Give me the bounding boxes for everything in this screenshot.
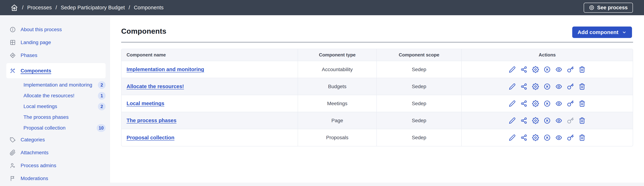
configure-icon-button[interactable] [532,134,539,141]
component-name-link[interactable]: Allocate the resources! [126,84,184,89]
configure-icon-button[interactable] [532,66,539,73]
preview-icon-button[interactable] [556,134,562,141]
permissions-icon-button[interactable] [567,66,574,73]
sidebar-item-components[interactable]: Components [6,63,106,78]
sidebar-item-moderations[interactable]: Moderations [0,172,110,185]
component-type-cell: Budgets [298,78,376,95]
share-icon-button[interactable] [520,66,527,73]
permissions-icon [567,134,574,141]
preview-icon-button[interactable] [556,117,562,124]
permissions-icon [567,100,574,107]
breadcrumb: / Processes / Sedep Participatory Budget… [18,5,164,11]
component-name-link[interactable]: Local meetings [126,101,164,106]
sidebar-item-landing-page[interactable]: Landing page [0,36,110,49]
component-type-cell: Meetings [298,95,376,112]
row-actions [466,66,628,73]
sidebar-subitem-the-process-phases[interactable]: The process phases [0,112,110,123]
configure-icon-button[interactable] [532,117,539,124]
unpublish-icon-button[interactable] [544,100,550,107]
tools-icon [10,68,16,74]
user-gear-icon [10,162,16,169]
breadcrumb-item-sedep-participatory-budget[interactable]: Sedep Participatory Budget [61,5,125,11]
delete-icon-button[interactable] [579,134,586,141]
edit-icon [509,83,516,90]
sidebar-item-label: Categories [20,137,45,143]
table-row: Proposal collection Proposals Sedep [122,129,633,146]
share-icon-button[interactable] [520,100,527,107]
unpublish-icon-button[interactable] [544,117,550,124]
edit-icon-button[interactable] [509,100,516,107]
sidebar-subitem-label: The process phases [24,114,68,120]
unpublish-icon-button[interactable] [544,83,550,90]
component-name-link[interactable]: Proposal collection [126,135,174,140]
table-row: The process phases Page Sedep [122,112,633,129]
component-name-link[interactable]: The process phases [126,118,176,123]
breadcrumb-separator: / [129,5,130,11]
component-scope-cell: Sedep [376,78,462,95]
permissions-icon [567,66,574,73]
edit-icon-button[interactable] [509,83,516,90]
preview-icon-button[interactable] [556,66,562,73]
eye-icon [589,5,594,11]
sidebar-item-process-admins[interactable]: Process admins [0,159,110,172]
unpublish-icon-button[interactable] [544,66,550,73]
component-name-link[interactable]: Implementation and monitoring [126,67,204,72]
delete-icon [579,100,586,107]
delete-icon [579,117,586,124]
count-badge: 2 [98,81,106,89]
add-component-label: Add component [578,29,618,35]
add-component-button[interactable]: Add component [572,27,632,38]
delete-icon-button[interactable] [579,100,586,107]
permissions-icon-button [567,117,574,124]
delete-icon [579,134,586,141]
preview-icon-button[interactable] [556,100,562,107]
permissions-icon-button[interactable] [567,134,574,141]
sidebar-item-label: Phases [20,53,37,58]
sidebar-subitem-local-meetings[interactable]: Local meetings 2 [0,101,110,112]
page-title: Components [121,15,633,36]
sidebar-subitem-allocate-the-resources[interactable]: Allocate the resources! 1 [0,90,110,101]
info-icon [10,27,16,33]
share-icon-button[interactable] [520,83,527,90]
unpublish-icon-button[interactable] [544,134,550,141]
permissions-icon-button[interactable] [567,100,574,107]
sidebar-item-about-this-process[interactable]: About this process [0,23,110,36]
share-icon-button[interactable] [520,117,527,124]
configure-icon-button[interactable] [532,83,539,90]
delete-icon [579,83,586,90]
component-type-cell: Page [298,112,376,129]
unpublish-icon [544,83,550,90]
configure-icon-button[interactable] [532,100,539,107]
sidebar-item-label: Landing page [20,40,51,45]
delete-icon-button[interactable] [579,117,586,124]
top-navbar: / Processes / Sedep Participatory Budget… [0,0,644,15]
preview-icon [556,134,562,141]
sidebar-item-attachments[interactable]: Attachments [0,146,110,159]
delete-icon-button[interactable] [579,83,586,90]
sidebar-item-phases[interactable]: Phases [0,49,110,62]
home-link[interactable] [10,4,18,12]
unpublish-icon [544,117,550,124]
row-actions [466,83,628,90]
preview-icon-button[interactable] [556,83,562,90]
share-icon [520,100,527,107]
breadcrumb-item-components[interactable]: Components [134,5,164,11]
see-process-button[interactable]: See process [584,3,633,13]
sidebar-subitem-implementation-and-monitoring[interactable]: Implementation and monitoring 2 [0,80,110,90]
edit-icon-button[interactable] [509,117,516,124]
delete-icon-button[interactable] [579,66,586,73]
layout-icon [10,39,16,46]
sidebar-item-label: Process admins [20,163,56,168]
tag-icon [10,137,16,143]
share-icon [520,117,527,124]
breadcrumb-item-processes[interactable]: Processes [27,5,52,11]
edit-icon-button[interactable] [509,134,516,141]
edit-icon-button[interactable] [509,66,516,73]
sidebar-subitem-proposal-collection[interactable]: Proposal collection 10 [0,123,110,133]
sidebar-subitem-label: Allocate the resources! [24,93,74,99]
permissions-icon-button[interactable] [567,83,574,90]
edit-icon [509,134,516,141]
share-icon-button[interactable] [520,134,527,141]
process-sidebar: About this process Landing page Phases C… [0,15,110,185]
sidebar-item-categories[interactable]: Categories [0,133,110,146]
